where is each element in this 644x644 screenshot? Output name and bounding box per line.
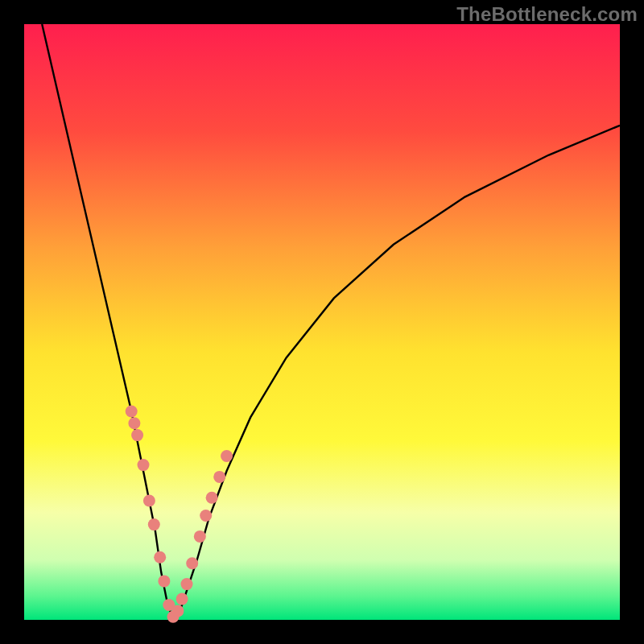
highlight-dots-group	[126, 406, 233, 623]
chart-svg	[24, 24, 620, 620]
highlight-dot	[181, 578, 193, 590]
highlight-dot	[221, 450, 233, 462]
highlight-dot	[154, 551, 166, 564]
highlight-dot	[186, 557, 198, 569]
highlight-dot	[131, 429, 143, 441]
highlight-dot	[206, 492, 218, 504]
highlight-dot	[128, 417, 140, 429]
highlight-dot	[143, 495, 155, 507]
watermark-text: TheBottleneck.com	[456, 3, 638, 26]
highlight-dot	[126, 406, 138, 418]
highlight-dot	[176, 593, 188, 605]
highlight-dot	[213, 471, 225, 483]
highlight-dot	[194, 530, 206, 543]
highlight-dot	[200, 510, 212, 522]
highlight-dot	[158, 575, 170, 587]
highlight-dot	[171, 605, 184, 617]
plot-area	[24, 24, 620, 620]
highlight-dot	[148, 518, 160, 530]
bottleneck-curve	[42, 24, 620, 620]
highlight-dot	[138, 459, 150, 471]
outer-frame: TheBottleneck.com	[0, 0, 644, 644]
